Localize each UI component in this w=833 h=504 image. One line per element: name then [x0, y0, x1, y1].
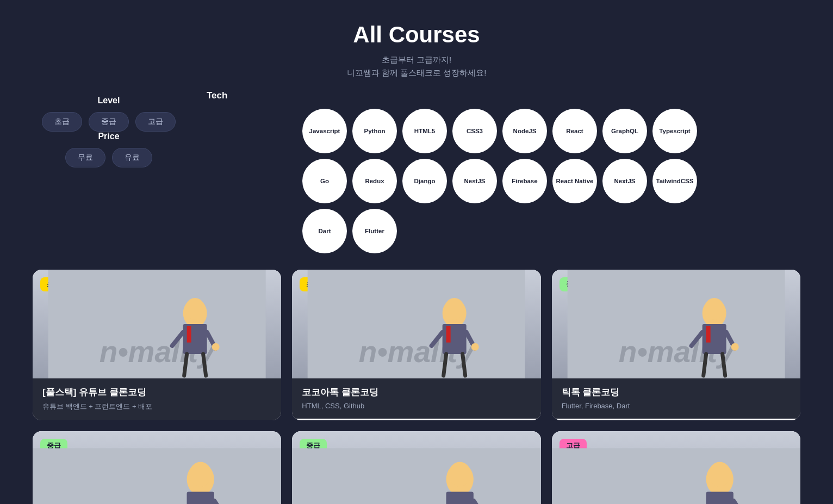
filters-panel: Level 초급 중급 고급 Price 무료 유료	[33, 90, 185, 253]
course-image-3: 중급 n•mality	[552, 270, 800, 378]
svg-line-34	[722, 354, 725, 376]
level-btn-beginner[interactable]: 초급	[42, 112, 82, 132]
course-subtitle-2: HTML, CSS, Github	[302, 402, 531, 410]
tech-grid: Tech Javascript Python HTML5 CSS3 NodeJS…	[207, 90, 800, 253]
svg-rect-3	[183, 324, 207, 354]
course-info-3: 틱톡 클론코딩 Flutter, Firebase, Dart	[552, 378, 800, 419]
svg-line-10	[203, 354, 206, 376]
tech-circles: Javascript Python HTML5 CSS3 NodeJS Reac…	[302, 109, 697, 253]
tech-nodejs[interactable]: NodeJS	[502, 109, 547, 153]
top-section: Level 초급 중급 고급 Price 무료 유료 Tech Javascri…	[0, 90, 833, 253]
svg-point-39	[189, 462, 212, 487]
course-image-5: 중급	[292, 431, 540, 504]
level-filter-label: Level	[98, 96, 120, 105]
course-card-3[interactable]: 중급 n•mality 틱톡 클론코딩 Flutter, Firebase, D…	[552, 270, 800, 420]
svg-line-33	[703, 354, 706, 376]
svg-line-21	[444, 354, 446, 376]
price-filter-group: Price 무료 유료	[33, 132, 185, 167]
course-card-2[interactable]: 초급 n•mality 코코아톡 클론코딩 HTML, CSS, Github	[292, 270, 540, 420]
course-info-2: 코코아톡 클론코딩 HTML, CSS, Github	[292, 378, 540, 419]
course-illustration-1: n•mality	[33, 270, 281, 378]
course-image-4: 중급	[33, 431, 281, 504]
price-filter-buttons: 무료 유료	[65, 148, 152, 167]
svg-rect-29	[706, 326, 710, 343]
svg-rect-15	[443, 324, 467, 354]
price-btn-free[interactable]: 무료	[65, 148, 105, 167]
tech-django[interactable]: Django	[402, 159, 447, 203]
course-card-5[interactable]: 중급 중급 강의 5 Python, Django	[292, 431, 540, 504]
level-btn-intermediate[interactable]: 중급	[89, 112, 129, 132]
svg-point-11	[212, 343, 220, 351]
tech-go[interactable]: Go	[302, 159, 347, 203]
course-subtitle-1: 유튜브 백엔드 + 프런트엔드 + 배포	[42, 402, 271, 412]
svg-line-22	[463, 354, 465, 376]
tech-dart[interactable]: Dart	[302, 209, 347, 253]
svg-point-35	[731, 343, 738, 351]
tech-row-2: Go Redux Django NestJS Firebase React Na…	[302, 159, 697, 203]
course-illustration-5	[292, 431, 540, 504]
tech-javascript[interactable]: Javascript	[302, 109, 347, 153]
course-illustration-2: n•mality	[292, 270, 540, 378]
course-illustration-3: n•mality	[552, 270, 800, 378]
level-filter-buttons: 초급 중급 고급	[42, 112, 176, 132]
course-card-4[interactable]: 중급 중급 강의 4 React, NodeJS	[33, 431, 281, 504]
svg-rect-50	[706, 491, 733, 504]
svg-point-28	[704, 298, 724, 320]
level-btn-advanced[interactable]: 고급	[135, 112, 176, 132]
page-title: All Courses	[11, 22, 822, 48]
svg-rect-42	[292, 448, 540, 504]
svg-rect-48	[552, 448, 800, 504]
course-title-3: 틱톡 클론코딩	[562, 386, 791, 399]
tech-css3[interactable]: CSS3	[452, 109, 497, 153]
tech-html5[interactable]: HTML5	[402, 109, 447, 153]
tech-typescript[interactable]: Typescript	[652, 109, 697, 153]
course-illustration-6	[552, 431, 800, 504]
course-image-6: 고급	[552, 431, 800, 504]
tech-react-native[interactable]: React Native	[552, 159, 597, 203]
tech-nextjs[interactable]: NextJS	[602, 159, 647, 203]
page-subtitle: 초급부터 고급까지! 니꼬쌤과 함께 풀스태크로 성장하세요!	[11, 53, 822, 79]
course-subtitle-3: Flutter, Firebase, Dart	[562, 402, 791, 410]
course-title-1: [풀스택] 유튜브 클론코딩	[42, 386, 271, 399]
course-title-2: 코코아톡 클론코딩	[302, 386, 531, 399]
tech-panel: Tech Javascript Python HTML5 CSS3 NodeJS…	[207, 90, 800, 253]
course-card-1[interactable]: 초급 n•mality [풀스택] 유튜브 클론코딩 유튜브 백엔드 + 프런트…	[33, 270, 281, 420]
tech-section-title: Tech	[207, 90, 227, 101]
svg-rect-5	[187, 326, 191, 343]
tech-firebase[interactable]: Firebase	[502, 159, 547, 203]
svg-point-45	[449, 462, 471, 487]
svg-point-4	[185, 298, 205, 320]
tech-row-1: Javascript Python HTML5 CSS3 NodeJS Reac…	[302, 109, 697, 153]
course-illustration-4	[33, 431, 281, 504]
tech-redux[interactable]: Redux	[352, 159, 397, 203]
svg-point-16	[445, 298, 464, 320]
tech-nestjs[interactable]: NestJS	[452, 159, 497, 203]
svg-rect-44	[446, 491, 474, 504]
tech-flutter[interactable]: Flutter	[352, 209, 397, 253]
svg-rect-17	[446, 326, 451, 343]
tech-react[interactable]: React	[552, 109, 597, 153]
course-image-1: 초급 n•mality	[33, 270, 281, 378]
course-card-6[interactable]: 고급 고급 강의 6 GraphQL, TypeScript	[552, 431, 800, 504]
svg-rect-27	[702, 324, 726, 354]
price-filter-label: Price	[98, 132, 119, 141]
tech-python[interactable]: Python	[352, 109, 397, 153]
course-image-2: 초급 n•mality	[292, 270, 540, 378]
level-filter-group: Level 초급 중급 고급	[33, 96, 185, 132]
price-btn-paid[interactable]: 유료	[112, 148, 152, 167]
courses-grid: 초급 n•mality [풀스택] 유튜브 클론코딩 유튜브 백엔드 + 프런트…	[0, 264, 833, 504]
tech-graphql[interactable]: GraphQL	[602, 109, 647, 153]
tech-row-3: Dart Flutter	[302, 209, 397, 253]
svg-line-9	[184, 354, 187, 376]
tech-tailwindcss[interactable]: TailwindCSS	[652, 159, 697, 203]
svg-point-51	[708, 462, 731, 487]
svg-point-23	[471, 343, 479, 351]
svg-rect-38	[187, 491, 214, 504]
svg-rect-36	[33, 448, 281, 504]
course-info-1: [풀스택] 유튜브 클론코딩 유튜브 백엔드 + 프런트엔드 + 배포	[33, 378, 281, 420]
